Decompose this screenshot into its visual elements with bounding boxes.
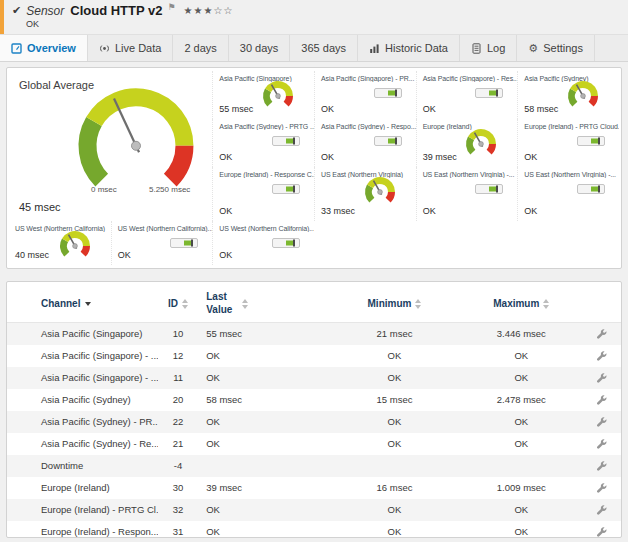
- channel-mini-value: OK: [524, 206, 537, 216]
- tab-2-days[interactable]: 2 days: [173, 35, 228, 61]
- cell-channel: Asia Pacific (Singapore) - ...: [7, 367, 158, 389]
- channel-mini-panel[interactable]: Asia Pacific (Sydney) - Respo... OK: [314, 119, 416, 167]
- cell-minimum: OK: [329, 411, 460, 433]
- channel-table-row[interactable]: Asia Pacific (Singapore) - ... 12 OK OK …: [7, 345, 621, 367]
- cell-last-value: 58 msec: [198, 389, 329, 411]
- tab-log[interactable]: Log: [460, 35, 517, 61]
- priority-stars[interactable]: ★★★☆☆: [184, 5, 234, 16]
- cell-last-value: [198, 455, 329, 477]
- tab-365-days[interactable]: 365 days: [290, 35, 358, 61]
- col-header-last-value[interactable]: Last Value: [198, 282, 329, 323]
- channel-table-row[interactable]: Asia Pacific (Sydney) - Re... 21 OK OK O…: [7, 433, 621, 455]
- cell-maximum: OK: [460, 345, 583, 367]
- channel-settings-wrench-icon[interactable]: [596, 504, 607, 515]
- cell-maximum: 3.446 msec: [460, 323, 583, 345]
- tab-historic-data[interactable]: Historic Data: [358, 35, 460, 61]
- cell-maximum: OK: [460, 367, 583, 389]
- cell-last-value: OK: [198, 433, 329, 455]
- channel-settings-wrench-icon[interactable]: [596, 482, 607, 493]
- channel-mini-panel[interactable]: Asia Pacific (Sydney) - PRTG ... OK: [212, 119, 314, 167]
- channel-mini-panel[interactable]: Asia Pacific (Singapore) 55 msec: [212, 71, 314, 119]
- channel-table-row[interactable]: Asia Pacific (Sydney) 20 58 msec 15 msec…: [7, 389, 621, 411]
- cell-minimum: OK: [329, 499, 460, 521]
- channel-mini-panel[interactable]: US West (Northern California)... OK: [111, 221, 213, 265]
- channel-mini-panel[interactable]: Europe (Ireland) - Response C... OK: [212, 167, 314, 221]
- cell-last-value: 39 msec: [198, 477, 329, 499]
- state-marker: [598, 186, 600, 193]
- historic-data-icon: [369, 43, 380, 54]
- channel-table-panel: Channel ID Last Value Minimum Maximum As…: [6, 281, 622, 538]
- channel-mini-panel[interactable]: US East (Northern Virginia) -... OK: [517, 167, 619, 221]
- cell-id: 21: [158, 433, 198, 455]
- cell-id: 20: [158, 389, 198, 411]
- channel-mini-title: US East (Northern Virginia) -...: [518, 167, 619, 178]
- cell-channel: Europe (Ireland) - Respon...: [7, 521, 158, 538]
- col-header-channel[interactable]: Channel: [7, 282, 158, 323]
- channel-table-row[interactable]: Asia Pacific (Singapore) 10 55 msec 21 m…: [7, 323, 621, 345]
- tab-settings[interactable]: ⚙ Settings: [517, 35, 595, 61]
- cell-minimum: [329, 455, 460, 477]
- tab-label: Log: [487, 42, 505, 54]
- mini-gauge-dial: [258, 77, 298, 113]
- channel-mini-panel[interactable]: US West (Northern California) 40 msec: [9, 221, 111, 265]
- cell-channel: Asia Pacific (Sydney) - PR...: [7, 411, 158, 433]
- channel-mini-title: Asia Pacific (Sydney) - PRTG ...: [213, 119, 314, 130]
- col-header-maximum[interactable]: Maximum: [460, 282, 583, 323]
- channel-settings-wrench-icon[interactable]: [596, 460, 607, 471]
- cell-id: 31: [158, 521, 198, 538]
- ok-state-bar: [272, 184, 300, 194]
- channel-settings-wrench-icon[interactable]: [596, 394, 607, 405]
- channel-mini-title: Asia Pacific (Singapore) - Res...: [417, 71, 518, 82]
- channel-settings-wrench-icon[interactable]: [596, 372, 607, 383]
- channel-settings-wrench-icon[interactable]: [596, 350, 607, 361]
- channel-table-row[interactable]: Downtime -4: [7, 455, 621, 477]
- log-icon: [471, 43, 482, 54]
- channel-table-row[interactable]: Asia Pacific (Singapore) - ... 11 OK OK …: [7, 367, 621, 389]
- channel-mini-panel[interactable]: Asia Pacific (Singapore) - PR... OK: [314, 71, 416, 119]
- channel-table-row[interactable]: Asia Pacific (Sydney) - PR... 22 OK OK O…: [7, 411, 621, 433]
- mini-gauge-dial: [360, 173, 400, 209]
- channel-settings-wrench-icon[interactable]: [596, 526, 607, 537]
- channel-mini-panel[interactable]: Europe (Ireland) - PRTG Cloud... OK: [517, 119, 619, 167]
- channel-mini-panel[interactable]: US East (Northern Virginia) -... OK: [416, 167, 518, 221]
- channel-mini-value: OK: [219, 152, 232, 162]
- channel-mini-panel[interactable]: US East (Northern Virginia) 33 msec: [314, 167, 416, 221]
- col-header-minimum[interactable]: Minimum: [329, 282, 460, 323]
- ok-check-icon: ✔: [12, 4, 21, 17]
- channel-mini-panel[interactable]: Asia Pacific (Singapore) - Res... OK: [416, 71, 518, 119]
- cell-id: 32: [158, 499, 198, 521]
- channel-table-row[interactable]: Europe (Ireland) - PRTG Cl... 32 OK OK O…: [7, 499, 621, 521]
- ok-state-bar: [475, 88, 503, 98]
- cell-channel: Europe (Ireland) - PRTG Cl...: [7, 499, 158, 521]
- channel-mini-title: US West (Northern California)...: [213, 221, 314, 232]
- channel-mini-panel[interactable]: US West (Northern California)... OK: [212, 221, 314, 265]
- cell-last-value: OK: [198, 411, 329, 433]
- channel-mini-panel[interactable]: Asia Pacific (Sydney) 58 msec: [517, 71, 619, 119]
- channel-settings-wrench-icon[interactable]: [596, 438, 607, 449]
- tab-label: Live Data: [115, 42, 161, 54]
- cell-minimum: 16 msec: [329, 477, 460, 499]
- gauge-hub: [72, 244, 77, 249]
- tab-live-data[interactable]: Live Data: [88, 35, 173, 61]
- channel-mini-title: Asia Pacific (Singapore) - PR...: [315, 71, 416, 82]
- cell-maximum: OK: [460, 433, 583, 455]
- tab-label: Historic Data: [385, 42, 448, 54]
- channel-table-row[interactable]: Europe (Ireland) 30 39 msec 16 msec 1.00…: [7, 477, 621, 499]
- state-marker: [496, 186, 498, 193]
- ok-state-bar: [272, 238, 300, 248]
- channel-mini-value: 40 msec: [15, 250, 49, 260]
- channel-settings-wrench-icon[interactable]: [596, 416, 607, 427]
- tab-bar: Overview Live Data 2 days 30 days 365 da…: [0, 34, 628, 62]
- tab-label: Overview: [27, 42, 76, 54]
- overview-gauges-panel: Global Average 0 msec 5.250 msec 45 msec…: [6, 67, 622, 269]
- cell-id: 10: [158, 323, 198, 345]
- tab-overview[interactable]: Overview: [0, 35, 88, 61]
- tab-30-days[interactable]: 30 days: [229, 35, 291, 61]
- channel-mini-panel[interactable]: Europe (Ireland) 39 msec: [416, 119, 518, 167]
- channel-settings-wrench-icon[interactable]: [596, 328, 607, 339]
- col-header-id[interactable]: ID: [158, 282, 198, 323]
- global-average-gauge[interactable]: Global Average 0 msec 5.250 msec 45 msec: [9, 71, 212, 221]
- cell-maximum: OK: [460, 411, 583, 433]
- channel-table-row[interactable]: Europe (Ireland) - Respon... 31 OK OK OK: [7, 521, 621, 538]
- global-gauge-value: 45 msec: [19, 201, 61, 213]
